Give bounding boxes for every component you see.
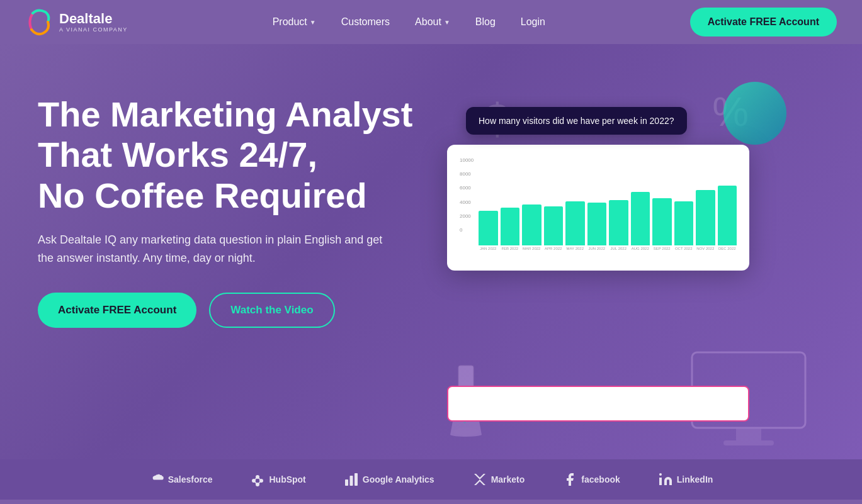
nav-cta-button[interactable]: Activate FREE Account: [690, 8, 837, 36]
bar-group: [544, 170, 564, 245]
google-analytics-icon: [344, 472, 359, 487]
hero-right: $ % How many visitors did we have per we…: [441, 82, 824, 459]
svg-rect-6: [736, 428, 761, 440]
bar-group: [501, 170, 520, 245]
svg-point-21: [659, 473, 662, 476]
salesforce-icon: [149, 472, 164, 487]
nav-about[interactable]: About ▼: [405, 11, 460, 33]
logo-marketo: Marketo: [472, 472, 525, 487]
chart-bar: [522, 204, 542, 245]
hubspot-icon: [250, 472, 265, 487]
chart-search-input[interactable]: [447, 386, 749, 422]
logo-icon: [25, 8, 53, 36]
hero-cta-secondary-button[interactable]: Watch the Video: [209, 293, 334, 328]
chart-container: 10000 8000 6000 4000 2000 0: [460, 157, 737, 245]
svg-line-12: [258, 477, 261, 481]
query-bubble: How many visitors did we have per week i…: [466, 107, 687, 135]
bar-group: [652, 170, 672, 245]
nav-links: Product ▼ Customers About ▼ Blog Login: [263, 11, 555, 33]
bar-group: [696, 170, 715, 245]
y-axis: 10000 8000 6000 4000 2000 0: [460, 157, 474, 233]
chart-bar: [674, 201, 694, 245]
bar-group: [718, 170, 737, 245]
hero-subtitle: Ask Dealtale IQ any marketing data quest…: [38, 231, 390, 267]
svg-line-13: [254, 477, 258, 481]
logo-linkedin: LinkedIn: [658, 472, 713, 487]
svg-rect-16: [345, 479, 348, 486]
chart-bar: [479, 211, 498, 245]
navbar: Dealtale A Vianai Company Product ▼ Cust…: [0, 0, 862, 44]
bar-group: [609, 170, 628, 245]
hero-title: The Marketing Analyst That Works 24/7, N…: [38, 94, 441, 216]
teal-decoration: [723, 82, 786, 145]
logo-facebook: facebook: [562, 472, 620, 487]
marketo-icon: [472, 472, 487, 487]
svg-rect-20: [659, 478, 662, 485]
bars-container: [479, 170, 737, 245]
chevron-down-icon-about: ▼: [444, 19, 450, 26]
logo-google-analytics: Google Analytics: [344, 472, 434, 487]
chart-bar: [565, 201, 585, 245]
chart-bar: [696, 190, 715, 245]
svg-line-15: [254, 481, 258, 484]
hero-cta-primary-button[interactable]: Activate FREE Account: [38, 293, 196, 328]
bar-group: [565, 170, 585, 245]
nav-login[interactable]: Login: [511, 11, 555, 33]
bar-group: [479, 170, 498, 245]
chevron-down-icon: ▼: [310, 19, 316, 26]
hero-buttons: Activate FREE Account Watch the Video: [38, 293, 441, 328]
svg-marker-19: [474, 474, 485, 485]
hero-left: The Marketing Analyst That Works 24/7, N…: [38, 82, 441, 328]
bar-group: [587, 170, 607, 245]
logo[interactable]: Dealtale A Vianai Company: [25, 8, 128, 36]
chart-card: 10000 8000 6000 4000 2000 0 JAN 2022FEB …: [447, 145, 749, 271]
chart-bar: [652, 198, 672, 245]
nav-customers[interactable]: Customers: [331, 11, 400, 33]
nav-blog[interactable]: Blog: [465, 11, 506, 33]
brand-sub: A Vianai Company: [59, 26, 128, 33]
chart-bar: [609, 200, 628, 245]
nav-product[interactable]: Product ▼: [263, 11, 326, 33]
bar-group: [631, 170, 650, 245]
chart-bar: [718, 186, 737, 245]
bar-group: [674, 170, 694, 245]
svg-line-14: [258, 481, 261, 484]
linkedin-icon: [658, 472, 673, 487]
bar-group: [522, 170, 542, 245]
facebook-icon: [562, 472, 577, 487]
svg-rect-7: [723, 440, 774, 445]
brand-name: Dealtale: [59, 11, 128, 26]
chart-bar: [544, 206, 564, 245]
search-input-area[interactable]: [447, 386, 749, 422]
logos-bar: Salesforce HubSpot Google Analytics Mark…: [0, 459, 862, 500]
chart-bar: [587, 203, 607, 245]
hero-section: The Marketing Analyst That Works 24/7, N…: [0, 44, 862, 459]
svg-rect-18: [354, 473, 358, 486]
chart-bar: [631, 192, 650, 245]
logo-hubspot: HubSpot: [250, 472, 305, 487]
logo-salesforce: Salesforce: [149, 472, 213, 487]
chart-bar: [501, 208, 520, 245]
svg-point-1: [453, 428, 479, 435]
svg-rect-17: [349, 476, 353, 486]
